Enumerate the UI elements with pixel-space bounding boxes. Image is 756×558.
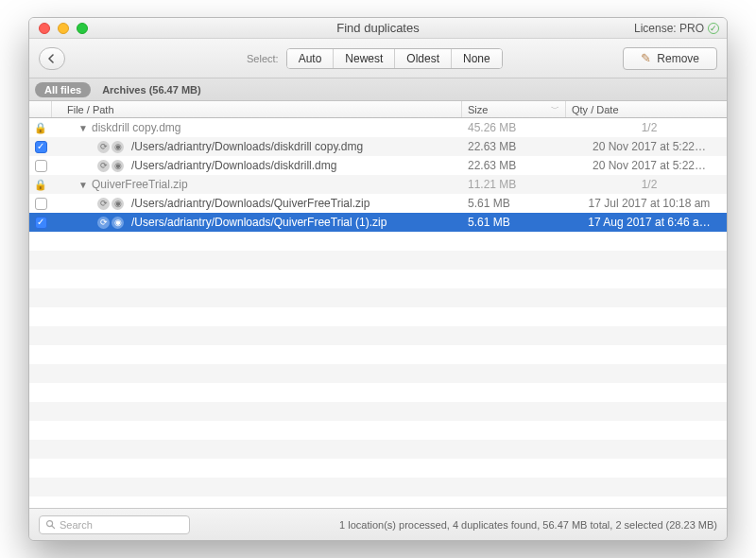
group-qty: 1/2 xyxy=(566,178,727,191)
preview-icon[interactable]: ◉ xyxy=(112,217,124,229)
col-size-label: Size xyxy=(468,104,488,115)
column-headers: File / Path Size ﹀ Qty / Date xyxy=(29,101,727,118)
disclosure-triangle-icon[interactable]: ▼ xyxy=(78,180,88,190)
file-size: 22.63 MB xyxy=(462,159,566,172)
row-action-icons: ⟳◉ xyxy=(97,141,124,153)
tab-all-files[interactable]: All files xyxy=(35,82,91,97)
row-checkbox[interactable] xyxy=(35,217,47,229)
empty-row xyxy=(29,440,727,459)
search-placeholder: Search xyxy=(60,519,93,531)
empty-row xyxy=(29,478,727,497)
group-qty: 1/2 xyxy=(566,121,727,134)
file-row[interactable]: ⟳◉/Users/adriantry/Downloads/QuiverFreeT… xyxy=(29,194,727,213)
back-arrow-icon xyxy=(46,53,58,64)
status-message: 1 location(s) processed, 4 duplicates fo… xyxy=(339,519,717,531)
empty-row xyxy=(29,345,727,364)
minimize-window[interactable] xyxy=(58,23,69,34)
group-name: QuiverFreeTrial.zip xyxy=(92,178,188,191)
sort-desc-icon: ﹀ xyxy=(551,103,559,115)
empty-row xyxy=(29,383,727,402)
svg-line-1 xyxy=(52,526,55,529)
search-icon xyxy=(45,519,56,530)
reveal-icon[interactable]: ⟳ xyxy=(97,198,110,210)
search-input[interactable]: Search xyxy=(39,515,190,534)
empty-row xyxy=(29,270,727,288)
window-title: Find duplicates xyxy=(29,21,727,35)
preview-icon[interactable]: ◉ xyxy=(112,160,124,172)
col-file[interactable]: File / Path xyxy=(52,101,462,117)
license-indicator[interactable]: License: PRO ✓ xyxy=(634,22,727,35)
preview-icon[interactable]: ◉ xyxy=(112,198,124,210)
remove-button[interactable]: ✎ Remove xyxy=(623,47,717,70)
file-size: 5.61 MB xyxy=(462,197,566,210)
preview-icon[interactable]: ◉ xyxy=(112,141,124,153)
check-icon: ✓ xyxy=(708,23,719,34)
tab-archives[interactable]: Archives (56.47 MB) xyxy=(102,84,201,96)
file-path: /Users/adriantry/Downloads/diskdrill.dmg xyxy=(131,159,336,172)
back-button[interactable] xyxy=(39,47,65,70)
group-row[interactable]: 🔒▼QuiverFreeTrial.zip11.21 MB1/2 xyxy=(29,175,727,194)
lock-icon: 🔒 xyxy=(29,122,52,134)
empty-row xyxy=(29,459,727,478)
group-name: diskdrill copy.dmg xyxy=(92,121,180,134)
col-date[interactable]: Qty / Date xyxy=(566,101,727,117)
select-none[interactable]: None xyxy=(452,49,502,68)
statusbar: Search 1 location(s) processed, 4 duplic… xyxy=(29,508,727,540)
empty-row xyxy=(29,497,727,508)
group-row[interactable]: 🔒▼diskdrill copy.dmg45.26 MB1/2 xyxy=(29,118,727,137)
row-action-icons: ⟳◉ xyxy=(97,217,124,229)
empty-row xyxy=(29,326,727,345)
select-group: Select: Auto Newest Oldest None xyxy=(247,48,503,69)
empty-row xyxy=(29,364,727,383)
file-date: 20 Nov 2017 at 5:22… xyxy=(566,140,727,153)
toolbar: Select: Auto Newest Oldest None ✎ Remove xyxy=(29,39,727,78)
col-checkbox[interactable] xyxy=(29,101,52,117)
empty-row xyxy=(29,421,727,440)
disclosure-triangle-icon[interactable]: ▼ xyxy=(78,123,88,133)
select-auto[interactable]: Auto xyxy=(287,49,335,68)
empty-row xyxy=(29,232,727,251)
row-action-icons: ⟳◉ xyxy=(97,198,124,210)
file-size: 22.63 MB xyxy=(462,140,566,153)
app-window: Find duplicates License: PRO ✓ Select: A… xyxy=(28,17,728,541)
group-size: 11.21 MB xyxy=(462,178,566,191)
empty-row xyxy=(29,251,727,270)
file-date: 17 Aug 2017 at 6:46 a… xyxy=(566,216,727,229)
select-oldest[interactable]: Oldest xyxy=(395,49,452,68)
file-path: /Users/adriantry/Downloads/QuiverFreeTri… xyxy=(131,197,369,210)
empty-row xyxy=(29,307,727,326)
row-checkbox[interactable] xyxy=(35,141,47,153)
broom-icon: ✎ xyxy=(641,51,651,65)
results-table[interactable]: 🔒▼diskdrill copy.dmg45.26 MB1/2⟳◉/Users/… xyxy=(29,118,727,508)
group-size: 45.26 MB xyxy=(462,121,566,134)
col-size[interactable]: Size ﹀ xyxy=(462,101,566,117)
file-path: /Users/adriantry/Downloads/QuiverFreeTri… xyxy=(131,216,387,229)
file-row[interactable]: ⟳◉/Users/adriantry/Downloads/QuiverFreeT… xyxy=(29,213,727,232)
window-controls xyxy=(29,23,88,34)
close-window[interactable] xyxy=(39,23,50,34)
file-path: /Users/adriantry/Downloads/diskdrill cop… xyxy=(131,140,363,153)
reveal-icon[interactable]: ⟳ xyxy=(97,217,110,229)
titlebar: Find duplicates License: PRO ✓ xyxy=(29,18,727,39)
select-newest[interactable]: Newest xyxy=(334,49,395,68)
empty-row xyxy=(29,402,727,421)
select-label: Select: xyxy=(247,53,279,64)
file-date: 20 Nov 2017 at 5:22… xyxy=(566,159,727,172)
row-checkbox[interactable] xyxy=(35,160,47,172)
row-checkbox[interactable] xyxy=(35,198,47,210)
row-action-icons: ⟳◉ xyxy=(97,160,124,172)
file-size: 5.61 MB xyxy=(462,216,566,229)
file-row[interactable]: ⟳◉/Users/adriantry/Downloads/diskdrill.d… xyxy=(29,156,727,175)
empty-row xyxy=(29,288,727,307)
remove-label: Remove xyxy=(657,52,699,65)
license-label: License: PRO xyxy=(634,22,704,35)
file-row[interactable]: ⟳◉/Users/adriantry/Downloads/diskdrill c… xyxy=(29,137,727,156)
zoom-window[interactable] xyxy=(77,23,88,34)
select-segmented: Auto Newest Oldest None xyxy=(286,48,503,69)
reveal-icon[interactable]: ⟳ xyxy=(97,160,110,172)
reveal-icon[interactable]: ⟳ xyxy=(97,141,110,153)
file-date: 17 Jul 2017 at 10:18 am xyxy=(566,197,727,210)
filter-tabs: All files Archives (56.47 MB) xyxy=(29,78,727,101)
lock-icon: 🔒 xyxy=(29,179,52,191)
